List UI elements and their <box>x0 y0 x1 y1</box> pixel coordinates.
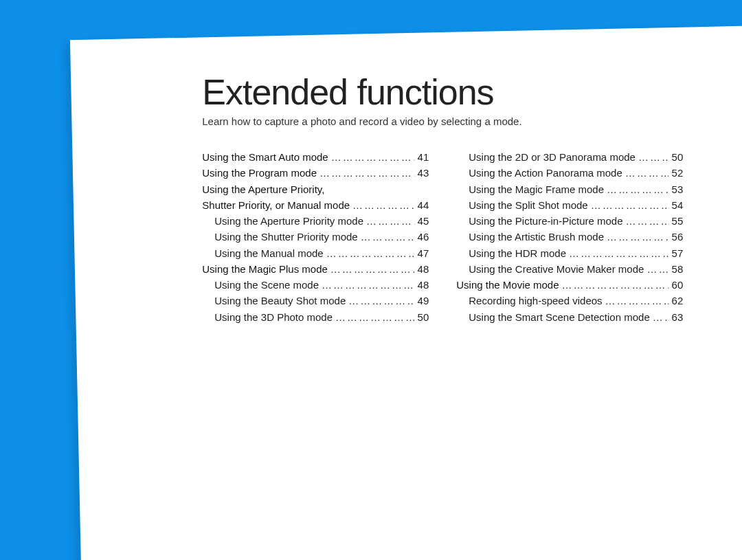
toc-entry-page: 58 <box>672 261 684 277</box>
toc-entry-page: 44 <box>418 197 429 213</box>
toc-column-left: Using the Smart Auto mode41Using the Pro… <box>202 149 429 325</box>
toc-entry-label: Using the Artistic Brush mode <box>456 229 604 245</box>
toc-entry-page: 49 <box>418 293 429 309</box>
toc-leader-dots <box>562 277 669 293</box>
toc-entry-label: Using the 3D Photo mode <box>202 309 333 325</box>
toc-entry[interactable]: Using the Shutter Priority mode46 <box>202 229 429 245</box>
toc-leader-dots <box>319 165 415 181</box>
toc-entry-page: 50 <box>418 309 429 325</box>
toc-entry-page: 56 <box>672 229 684 245</box>
toc-leader-dots <box>569 245 669 261</box>
toc-entry[interactable]: Using the 2D or 3D Panorama mode50 <box>456 149 683 165</box>
toc-entry-label: Shutter Priority, or Manual mode <box>202 197 350 213</box>
toc-entry[interactable]: Using the Magic Plus mode48 <box>202 261 429 277</box>
toc-leader-dots <box>335 309 415 325</box>
toc-entry-page: 46 <box>418 229 429 245</box>
toc-entry-page: 50 <box>672 149 684 165</box>
toc-entry-page: 41 <box>418 149 429 165</box>
toc-entry[interactable]: Using the Artistic Brush mode56 <box>456 229 683 245</box>
toc-columns: Using the Smart Auto mode41Using the Pro… <box>202 149 742 325</box>
toc-entry[interactable]: Using the HDR mode57 <box>456 245 683 261</box>
toc-entry-page: 48 <box>418 277 429 293</box>
toc-entry-label: Using the Magic Plus mode <box>202 261 328 277</box>
toc-entry[interactable]: Using the Action Panorama mode52 <box>456 165 683 181</box>
toc-entry-page: 62 <box>672 293 684 309</box>
toc-entry[interactable]: Using the Scene mode48 <box>202 277 429 293</box>
toc-entry[interactable]: Using the Creative Movie Maker mode58 <box>456 261 683 277</box>
toc-entry[interactable]: Using the 3D Photo mode50 <box>202 309 429 325</box>
toc-entry-label: Using the Action Panorama mode <box>456 165 622 181</box>
toc-entry[interactable]: Shutter Priority, or Manual mode44 <box>202 197 429 213</box>
toc-entry-label: Using the Movie mode <box>456 277 559 293</box>
toc-entry-label: Using the Program mode <box>202 165 317 181</box>
toc-entry-label: Using the Aperture Priority, <box>202 181 324 197</box>
toc-entry-label: Using the Magic Frame mode <box>456 181 604 197</box>
toc-leader-dots <box>348 293 414 309</box>
toc-entry-label: Using the Manual mode <box>202 245 323 261</box>
toc-entry[interactable]: Using the Magic Frame mode53 <box>456 181 683 197</box>
toc-entry-page: 52 <box>672 165 684 181</box>
toc-leader-dots <box>653 309 669 325</box>
page-subtitle: Learn how to capture a photo and record … <box>202 115 742 127</box>
toc-entry-label: Using the Creative Movie Maker mode <box>456 261 644 277</box>
toc-leader-dots <box>366 213 415 229</box>
toc-leader-dots <box>326 245 415 261</box>
toc-entry-page: 55 <box>672 213 684 229</box>
toc-entry-label: Using the Beauty Shot mode <box>202 293 346 309</box>
toc-leader-dots <box>330 261 415 277</box>
toc-entry-label: Using the Smart Auto mode <box>202 149 328 165</box>
toc-entry-label: Using the Smart Scene Detection mode <box>456 309 649 325</box>
toc-entry[interactable]: Using the Movie mode60 <box>456 277 683 293</box>
page-content: Extended functions Learn how to capture … <box>73 33 742 325</box>
toc-entry[interactable]: Using the Beauty Shot mode49 <box>202 293 429 309</box>
toc-leader-dots <box>352 197 415 213</box>
toc-entry[interactable]: Using the Picture-in-Picture mode55 <box>456 213 683 229</box>
toc-entry-label: Using the Shutter Priority mode <box>202 229 357 245</box>
toc-entry-page: 60 <box>672 277 684 293</box>
toc-leader-dots <box>605 293 669 309</box>
toc-entry[interactable]: Using the Program mode43 <box>202 165 429 181</box>
toc-entry[interactable]: Using the Smart Auto mode41 <box>202 149 429 165</box>
toc-entry-page: 53 <box>672 181 684 197</box>
toc-leader-dots <box>626 213 669 229</box>
toc-leader-dots <box>647 261 668 277</box>
toc-leader-dots <box>607 181 669 197</box>
toc-entry[interactable]: Using the Manual mode47 <box>202 245 429 261</box>
toc-entry-page: 54 <box>672 197 684 213</box>
toc-entry-label: Recording high-speed videos <box>456 293 602 309</box>
manual-page: Extended functions Learn how to capture … <box>70 26 742 560</box>
toc-entry-label: Using the Picture-in-Picture mode <box>456 213 622 229</box>
toc-entry-page: 47 <box>418 245 429 261</box>
toc-entry-label: Using the 2D or 3D Panorama mode <box>456 149 636 165</box>
toc-entry-label: Using the Aperture Priority mode <box>202 213 363 229</box>
toc-leader-dots <box>607 229 669 245</box>
toc-leader-dots <box>625 165 669 181</box>
toc-leader-dots <box>331 149 415 165</box>
toc-entry-page: 57 <box>672 245 684 261</box>
toc-entry-page: 63 <box>672 309 684 325</box>
toc-entry-label: Using the Split Shot mode <box>456 197 587 213</box>
toc-column-right: Using the 2D or 3D Panorama mode50Using … <box>456 149 683 325</box>
toc-entry-page: 43 <box>418 165 429 181</box>
toc-entry[interactable]: Using the Smart Scene Detection mode63 <box>456 309 683 325</box>
toc-leader-dots <box>361 229 415 245</box>
toc-entry[interactable]: Using the Aperture Priority mode45 <box>202 213 429 229</box>
toc-entry-page: 48 <box>418 261 429 277</box>
toc-leader-dots <box>591 197 669 213</box>
toc-entry-label: Using the HDR mode <box>456 245 566 261</box>
page-title: Extended functions <box>202 71 742 113</box>
toc-entry-label: Using the Scene mode <box>202 277 319 293</box>
toc-entry[interactable]: Using the Aperture Priority, <box>202 181 429 197</box>
toc-entry-page: 45 <box>418 213 429 229</box>
toc-entry[interactable]: Recording high-speed videos62 <box>456 293 683 309</box>
toc-leader-dots <box>638 149 669 165</box>
toc-leader-dots <box>322 277 415 293</box>
toc-entry[interactable]: Using the Split Shot mode54 <box>456 197 683 213</box>
